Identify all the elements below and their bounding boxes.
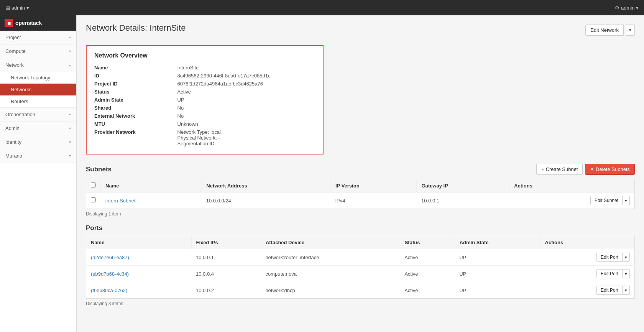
edit-port-dropdown[interactable]: ▾ xyxy=(623,253,630,262)
chevron-down-icon: ▾ xyxy=(69,126,71,130)
ports-col-actions: Actions xyxy=(540,236,634,249)
subnets-table: Name Network Address IP Version Gateway … xyxy=(86,179,635,209)
sidebar-section-network-header[interactable]: Network ▴ xyxy=(0,58,76,72)
create-subnet-button[interactable]: + Create Subnet xyxy=(536,164,583,175)
edit-port-button[interactable]: Edit Port xyxy=(596,253,623,262)
sidebar-section-compute-header[interactable]: Compute ▾ xyxy=(0,44,76,58)
ports-col-fixed-ips: Fixed IPs xyxy=(191,236,261,249)
port-name-link[interactable]: (eb9d7b68-4c34) xyxy=(91,271,129,277)
sidebar-section-project-label: Project xyxy=(5,35,21,40)
port-admin-state-cell: UP xyxy=(455,249,540,266)
subnets-col-actions: Actions xyxy=(509,179,635,192)
sidebar-section-orchestration-label: Orchestration xyxy=(5,112,35,117)
sidebar-section-project: Project ▾ xyxy=(0,31,76,44)
edit-subnet-button[interactable]: Edit Subnet xyxy=(590,196,623,205)
sidebar-section-identity-header[interactable]: Identity ▾ xyxy=(0,135,76,149)
port-status-cell: Active xyxy=(400,282,455,299)
port-name-cell: (f6e680ca-0762) xyxy=(86,282,192,299)
ports-displaying: Displaying 3 items xyxy=(86,301,635,306)
chevron-down-icon: ▾ xyxy=(69,49,71,53)
overview-field-value: Unknown xyxy=(177,120,315,128)
port-status-cell: Active xyxy=(400,266,455,282)
subnet-name-link[interactable]: Intern-Subnet xyxy=(105,198,136,204)
edit-network-dropdown[interactable]: ▾ xyxy=(626,25,635,36)
edit-port-dropdown[interactable]: ▾ xyxy=(623,286,630,295)
ports-title: Ports xyxy=(86,224,102,232)
overview-field-label: MTU xyxy=(94,120,177,128)
edit-subnet-dropdown[interactable]: ▾ xyxy=(623,196,630,205)
overview-field-value: 8c496562-2930-446f-8ea0-e17a7c085d1c xyxy=(177,72,315,80)
subnet-gateway-ip-cell: 10.0.0.1 xyxy=(417,192,509,209)
port-fixed-ips-cell: 10.0.0.1 xyxy=(191,249,261,266)
sidebar-section-network: Network ▴ Network Topology Networks Rout… xyxy=(0,58,76,108)
sidebar-section-admin-header[interactable]: Admin ▾ xyxy=(0,122,76,135)
logo-text: openstack xyxy=(15,20,42,26)
table-row: (eb9d7b68-4c34) 10.0.0.4 compute:nova Ac… xyxy=(86,266,635,282)
admin-menu-label: admin ▾ xyxy=(12,5,29,11)
sidebar-section-compute: Compute ▾ xyxy=(0,44,76,58)
port-attached-device-cell: network:dhcp xyxy=(261,282,400,299)
edit-port-button[interactable]: Edit Port xyxy=(596,269,623,278)
sidebar-section-identity-label: Identity xyxy=(5,139,21,145)
ports-col-status: Status xyxy=(400,236,455,249)
ports-table: Name Fixed IPs Attached Device Status Ad… xyxy=(86,236,635,299)
user-menu[interactable]: ⚙ admin ▾ xyxy=(615,5,639,11)
subnets-displaying: Displaying 1 item xyxy=(86,211,635,217)
overview-field-label: Shared xyxy=(94,104,177,112)
edit-port-dropdown[interactable]: ▾ xyxy=(623,269,630,278)
overview-field-label: Status xyxy=(94,88,177,96)
subnets-select-all-col xyxy=(86,179,101,192)
table-row: (f6e680ca-0762) 10.0.0.2 network:dhcp Ac… xyxy=(86,282,635,299)
overview-field-label: Provider Network xyxy=(94,128,177,148)
sidebar-section-identity: Identity ▾ xyxy=(0,135,76,149)
subnet-ip-version-cell: IPv4 xyxy=(330,192,417,209)
table-row: Intern-Subnet 10.0.0.0/24 IPv4 10.0.0.1 … xyxy=(86,192,635,209)
page-title: Network Details: InternSite xyxy=(86,23,186,33)
subnet-row-checkbox[interactable] xyxy=(91,197,96,202)
chevron-down-icon: ▾ xyxy=(69,35,71,39)
port-status-cell: Active xyxy=(400,249,455,266)
port-actions-cell: Edit Port ▾ xyxy=(540,249,634,266)
port-admin-state-cell: UP xyxy=(455,282,540,299)
port-fixed-ips-cell: 10.0.0.2 xyxy=(191,282,261,299)
edit-port-button[interactable]: Edit Port xyxy=(596,286,623,295)
table-row: (a2de7e66-ea87) 10.0.0.1 network:router_… xyxy=(86,249,635,266)
sidebar-item-networks[interactable]: Networks xyxy=(0,84,76,95)
ports-section-header: Ports xyxy=(86,224,635,232)
subnets-section-header: Subnets + Create Subnet ✕ Delete Subnets xyxy=(86,164,635,175)
overview-field-value: Network Type: local Physical Network: - … xyxy=(177,128,315,148)
sidebar-section-network-label: Network xyxy=(5,62,24,68)
sidebar-item-label: Routers xyxy=(11,99,28,104)
sidebar-item-label: Network Topology xyxy=(11,75,50,81)
chevron-down-icon: ▾ xyxy=(69,154,71,158)
port-name-link[interactable]: (f6e680ca-0762) xyxy=(91,288,127,293)
sidebar-section-orchestration-header[interactable]: Orchestration ▾ xyxy=(0,108,76,121)
subnets-col-network-address: Network Address xyxy=(202,179,331,192)
overview-field-value: InternSite xyxy=(177,64,315,72)
overview-heading: Network Overview xyxy=(94,52,315,59)
overview-field-value: Active xyxy=(177,88,315,96)
port-name-link[interactable]: (a2de7e66-ea87) xyxy=(91,255,129,260)
subnet-network-address-cell: 10.0.0.0/24 xyxy=(202,192,331,209)
port-actions-cell: Edit Port ▾ xyxy=(540,266,634,282)
sidebar-section-orchestration: Orchestration ▾ xyxy=(0,108,76,122)
subnet-checkbox-cell xyxy=(86,192,101,209)
ports-col-attached-device: Attached Device xyxy=(261,236,400,249)
delete-subnets-button[interactable]: ✕ Delete Subnets xyxy=(585,164,635,175)
ports-col-name: Name xyxy=(86,236,192,249)
sidebar-section-admin-label: Admin xyxy=(5,125,20,131)
overview-field-value: 6078f1d272da4964a1aefbc3d4625a76 xyxy=(177,80,315,88)
sidebar-section-project-header[interactable]: Project ▾ xyxy=(0,31,76,44)
edit-network-button[interactable]: Edit Network xyxy=(585,25,624,36)
overview-field-label: Admin State xyxy=(94,96,177,104)
admin-menu[interactable]: ▤ admin ▾ xyxy=(5,5,29,11)
sidebar-section-admin: Admin ▾ xyxy=(0,122,76,135)
sidebar-item-routers[interactable]: Routers xyxy=(0,95,76,107)
sidebar-item-network-topology[interactable]: Network Topology xyxy=(0,72,76,84)
overview-field-label: External Network xyxy=(94,112,177,120)
sidebar-section-murano-header[interactable]: Murano ▾ xyxy=(0,149,76,163)
sidebar-section-murano-label: Murano xyxy=(5,153,22,159)
port-actions-cell: Edit Port ▾ xyxy=(540,282,634,299)
subnets-select-all-checkbox[interactable] xyxy=(91,182,96,187)
overview-table: NameInternSiteID8c496562-2930-446f-8ea0-… xyxy=(94,64,315,148)
